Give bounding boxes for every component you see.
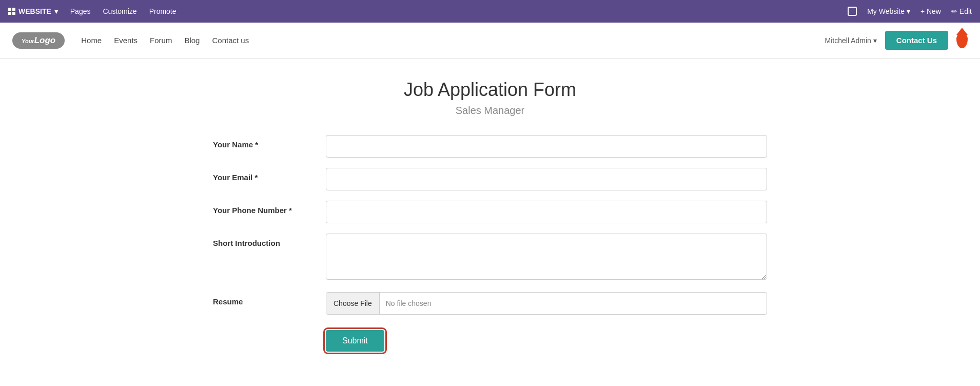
customize-link[interactable]: Customize (103, 7, 136, 15)
resume-label: Resume (213, 292, 326, 306)
site-nav-left: YourLogo Home Events Forum Blog Contact … (12, 32, 249, 49)
resume-row: Resume Choose File No file chosen (182, 292, 798, 315)
resume-field: Choose File No file chosen (326, 292, 767, 315)
pages-link[interactable]: Pages (70, 7, 91, 15)
email-row: Your Email * (182, 168, 798, 190)
phone-row: Your Phone Number * (182, 201, 798, 223)
file-input-wrapper: Choose File No file chosen (326, 292, 767, 315)
contact-us-button[interactable]: Contact Us (885, 31, 948, 50)
nav-contact[interactable]: Contact us (212, 36, 249, 45)
name-field (326, 135, 767, 158)
file-chosen-text: No file chosen (380, 299, 438, 307)
nav-links: Home Events Forum Blog Contact us (81, 36, 249, 45)
name-label: Your Name * (213, 135, 326, 149)
intro-textarea[interactable] (326, 234, 767, 280)
promote-link[interactable]: Promote (149, 7, 177, 15)
nav-forum[interactable]: Forum (150, 36, 172, 45)
site-nav: YourLogo Home Events Forum Blog Contact … (0, 23, 980, 59)
website-label: WEBSITE (18, 7, 51, 15)
new-button[interactable]: + New (920, 7, 941, 15)
admin-bar-left: WEBSITE ▾ Pages Customize Promote (8, 7, 177, 15)
site-nav-right: Mitchell Admin ▾ Contact Us (825, 31, 968, 50)
phone-input[interactable] (326, 201, 767, 223)
phone-field (326, 201, 767, 223)
email-label: Your Email * (213, 168, 326, 182)
email-field (326, 168, 767, 190)
choose-file-button[interactable]: Choose File (326, 293, 380, 314)
mobile-preview-icon[interactable] (848, 7, 857, 16)
site-logo[interactable]: YourLogo (12, 32, 65, 49)
admin-bar: WEBSITE ▾ Pages Customize Promote My Web… (0, 0, 980, 23)
odoo-drop-icon (956, 33, 968, 48)
nav-home[interactable]: Home (81, 36, 102, 45)
name-row: Your Name * (182, 135, 798, 158)
name-input[interactable] (326, 135, 767, 158)
main-content: Job Application Form Sales Manager Your … (0, 59, 980, 386)
intro-field (326, 234, 767, 282)
user-menu-button[interactable]: Mitchell Admin ▾ (825, 36, 877, 45)
email-input[interactable] (326, 168, 767, 190)
submit-field: Submit (326, 330, 384, 352)
form-subtitle: Sales Manager (10, 105, 970, 117)
edit-button[interactable]: ✏ Edit (951, 7, 972, 15)
submit-button[interactable]: Submit (326, 330, 384, 352)
phone-label: Your Phone Number * (213, 201, 326, 215)
intro-row: Short Introduction (182, 234, 798, 282)
website-menu-button[interactable]: WEBSITE ▾ (8, 7, 58, 15)
intro-label: Short Introduction (213, 234, 326, 247)
grid-icon (8, 8, 15, 15)
job-application-form: Your Name * Your Email * Your Phone Numb… (182, 135, 798, 352)
website-arrow: ▾ (54, 7, 58, 15)
my-website-button[interactable]: My Website ▾ (867, 7, 910, 15)
form-title: Job Application Form (10, 79, 970, 101)
nav-events[interactable]: Events (114, 36, 138, 45)
submit-row: Submit (182, 325, 798, 352)
nav-blog[interactable]: Blog (184, 36, 200, 45)
admin-bar-right: My Website ▾ + New ✏ Edit (848, 7, 972, 16)
